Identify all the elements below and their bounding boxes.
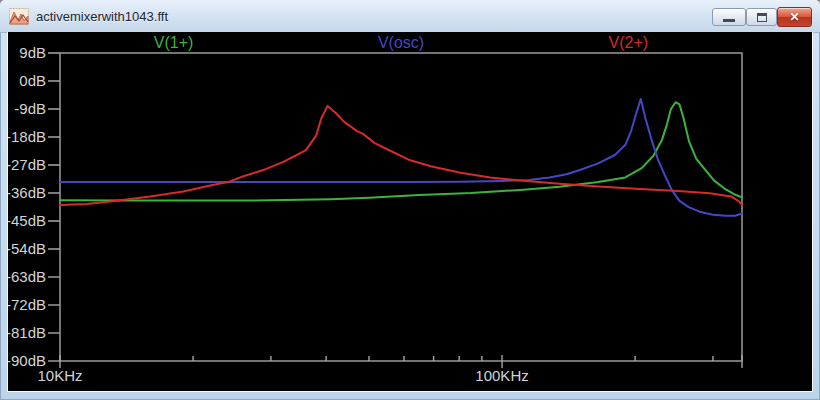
y-tick-label[interactable]: 9dB xyxy=(19,44,46,61)
window-title: activemixerwith1043.fft xyxy=(36,9,168,24)
y-tick-label[interactable]: -45dB xyxy=(8,212,46,229)
y-tick-label[interactable]: -18dB xyxy=(8,128,46,145)
y-tick-label[interactable]: -9dB xyxy=(14,100,46,117)
x-axis-tick-label-100khz[interactable]: 100KHz xyxy=(475,367,528,384)
titlebar[interactable]: activemixerwith1043.fft ✕ xyxy=(0,0,820,33)
y-tick-label[interactable]: -54dB xyxy=(8,240,46,257)
close-button[interactable]: ✕ xyxy=(777,7,812,27)
maximize-button[interactable] xyxy=(746,8,777,26)
y-tick-label[interactable]: -81dB xyxy=(8,324,46,341)
close-icon: ✕ xyxy=(789,11,799,23)
trace-vosc[interactable] xyxy=(60,99,742,216)
legend-trace-v1plus[interactable]: V(1+) xyxy=(154,34,194,52)
y-tick-label[interactable]: -36dB xyxy=(8,184,46,201)
y-tick-label[interactable]: -27dB xyxy=(8,156,46,173)
maximize-icon xyxy=(757,13,767,22)
legend-trace-v2plus[interactable]: V(2+) xyxy=(609,34,649,52)
window-frame-inner: 9dB0dB-9dB-18dB-27dB-36dB-45dB-54dB-63dB… xyxy=(7,32,813,392)
y-tick-label[interactable]: -72dB xyxy=(8,296,46,313)
trace-v2[interactable] xyxy=(60,106,742,205)
trace-v1[interactable] xyxy=(60,102,742,200)
minimize-icon xyxy=(723,19,735,22)
minimize-button[interactable] xyxy=(712,8,746,26)
plot-client-area: 9dB0dB-9dB-18dB-27dB-36dB-45dB-54dB-63dB… xyxy=(8,32,812,391)
y-tick-label[interactable]: 0dB xyxy=(19,72,46,89)
waveform-icon[interactable] xyxy=(9,8,29,25)
x-axis-tick-label-10khz[interactable]: 10KHz xyxy=(37,367,82,384)
legend-trace-vosc[interactable]: V(osc) xyxy=(378,34,424,52)
y-tick-label[interactable]: -63dB xyxy=(8,268,46,285)
fft-plot[interactable]: 9dB0dB-9dB-18dB-27dB-36dB-45dB-54dB-63dB… xyxy=(8,32,812,391)
app-window: activemixerwith1043.fft ✕ 9dB0dB-9dB-18d… xyxy=(0,0,820,400)
